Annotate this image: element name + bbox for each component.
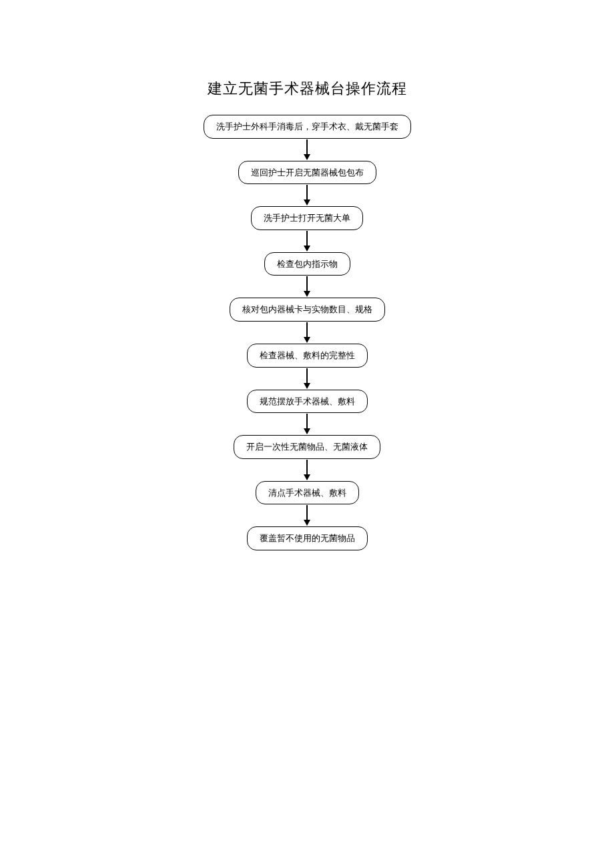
arrow-down-icon	[304, 368, 310, 390]
flow-node: 开启一次性无菌物品、无菌液体	[234, 435, 380, 459]
arrow-down-icon	[304, 276, 310, 298]
arrow-down-icon	[304, 413, 310, 435]
flow-node: 检查包内指示物	[264, 252, 350, 276]
flow-node: 规范摆放手术器械、敷料	[247, 390, 368, 414]
arrow-down-icon	[304, 184, 310, 206]
arrow-down-icon	[304, 230, 310, 252]
flow-node: 清点手术器械、敷料	[256, 481, 359, 505]
arrow-down-icon	[304, 459, 310, 481]
flow-node: 洗手护士打开无菌大单	[251, 206, 363, 230]
flow-node: 巡回护士开启无菌器械包包布	[238, 161, 376, 185]
page-title: 建立无菌手术器械台操作流程	[0, 79, 614, 99]
flow-node: 核对包内器械卡与实物数目、规格	[230, 298, 385, 322]
arrow-down-icon	[304, 139, 310, 161]
flow-node: 检查器械、敷料的完整性	[247, 344, 368, 368]
arrow-down-icon	[304, 504, 310, 526]
flow-node: 覆盖暂不使用的无菌物品	[247, 526, 368, 550]
flowchart-container: 洗手护士外科手消毒后，穿手术衣、戴无菌手套 巡回护士开启无菌器械包包布 洗手护士…	[0, 115, 614, 550]
arrow-down-icon	[304, 322, 310, 344]
flow-node: 洗手护士外科手消毒后，穿手术衣、戴无菌手套	[204, 115, 411, 139]
